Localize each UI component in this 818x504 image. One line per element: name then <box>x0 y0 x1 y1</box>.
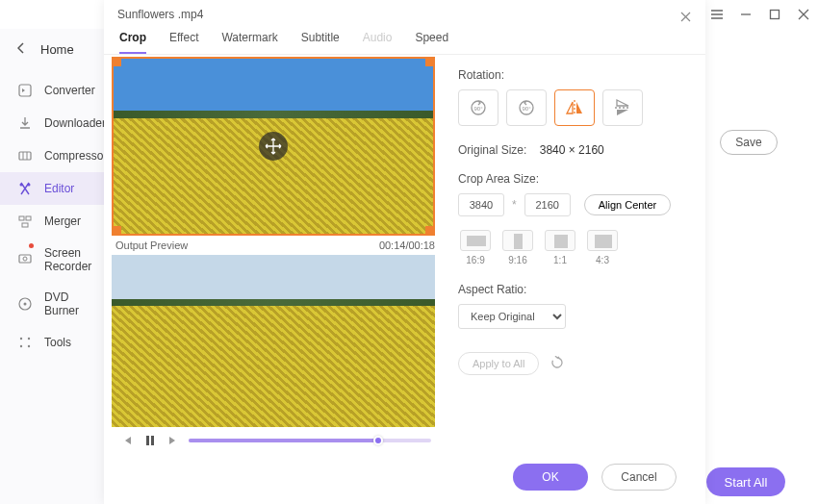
svg-point-11 <box>24 303 27 306</box>
menu-icon[interactable] <box>710 8 724 21</box>
dialog-close-icon[interactable] <box>680 9 692 20</box>
compressor-icon <box>17 148 33 164</box>
nav-list: Converter Downloader Compressor Editor M… <box>0 74 104 359</box>
rotation-label: Rotation: <box>458 68 690 82</box>
editor-icon <box>17 181 33 196</box>
svg-point-12 <box>20 338 22 340</box>
player-controls <box>112 427 439 454</box>
svg-rect-16 <box>146 436 149 445</box>
sidebar-item-label: Tools <box>44 336 71 349</box>
multiply-icon: * <box>512 198 517 212</box>
svg-point-15 <box>28 345 30 347</box>
tab-crop[interactable]: Crop <box>119 31 146 54</box>
sidebar-item-screen-recorder[interactable]: Screen Recorder <box>0 238 104 282</box>
ratio-4-3-button[interactable]: 4:3 <box>585 230 620 265</box>
sidebar-item-downloader[interactable]: Downloader <box>0 107 104 139</box>
original-size-value: 3840 × 2160 <box>540 143 604 157</box>
tab-subtitle[interactable]: Subtitle <box>301 31 340 54</box>
chevron-left-icon <box>17 42 25 57</box>
pause-button[interactable] <box>142 433 158 448</box>
maximize-icon[interactable] <box>768 8 781 21</box>
dialog-title: Sunflowers .mp4 <box>117 8 203 21</box>
sidebar-item-converter[interactable]: Converter <box>0 74 104 107</box>
sidebar-item-editor[interactable]: Editor <box>0 172 104 205</box>
sidebar-item-label: Editor <box>44 182 74 195</box>
crop-width-input[interactable] <box>458 193 504 216</box>
sidebar-item-label: Downloader <box>44 116 106 130</box>
time-display: 00:14/00:18 <box>379 239 435 251</box>
sidebar-item-label: Converter <box>44 84 95 97</box>
left-sidebar: Home Converter Downloader Compressor Edi… <box>0 29 104 504</box>
aspect-ratio-select[interactable]: Keep Original <box>458 304 566 329</box>
minimize-icon[interactable] <box>739 8 753 21</box>
tab-speed[interactable]: Speed <box>415 31 448 54</box>
sidebar-item-dvd-burner[interactable]: DVD Burner <box>0 282 104 326</box>
merger-icon <box>17 214 33 229</box>
sidebar-item-label: Screen Recorder <box>44 246 91 273</box>
dvd-burner-icon <box>17 296 33 312</box>
tab-audio: Audio <box>363 31 393 54</box>
preview-column: Output Preview 00:14/00:18 <box>112 55 439 454</box>
notification-dot-icon <box>29 243 34 248</box>
downloader-icon <box>17 115 33 131</box>
start-all-button[interactable]: Start All <box>706 467 785 496</box>
close-icon[interactable] <box>797 8 810 21</box>
ratio-1-1-button[interactable]: 1:1 <box>543 230 577 265</box>
crop-height-input[interactable] <box>524 193 571 216</box>
svg-text:90°: 90° <box>473 106 483 112</box>
save-button[interactable]: Save <box>720 130 778 155</box>
svg-rect-17 <box>151 436 154 445</box>
svg-point-9 <box>23 257 27 261</box>
aspect-ratio-label: Aspect Ratio: <box>458 283 690 296</box>
svg-text:90°: 90° <box>522 106 531 112</box>
dialog-tabs: Crop Effect Watermark Subtitle Audio Spe… <box>104 25 705 55</box>
svg-point-3 <box>20 184 23 187</box>
crop-area-label: Crop Area Size: <box>458 172 690 186</box>
svg-rect-5 <box>19 216 24 220</box>
ratio-16-9-button[interactable]: 16:9 <box>458 230 493 265</box>
svg-rect-8 <box>19 255 31 263</box>
reset-icon[interactable] <box>550 356 566 371</box>
sidebar-item-label: Compressor <box>44 149 107 163</box>
sidebar-item-label: DVD Burner <box>44 290 87 317</box>
dialog-footer: OK Cancel <box>104 454 705 504</box>
sidebar-item-merger[interactable]: Merger <box>0 205 104 238</box>
svg-rect-6 <box>26 216 31 220</box>
editor-dialog: Sunflowers .mp4 Crop Effect Watermark Su… <box>104 0 705 504</box>
flip-horizontal-button[interactable] <box>554 89 595 126</box>
converter-icon <box>17 83 33 98</box>
align-center-button[interactable]: Align Center <box>584 194 672 215</box>
flip-vertical-button[interactable] <box>602 89 643 126</box>
rotate-ccw-90-button[interactable]: 90° <box>506 89 547 126</box>
sidebar-item-label: Merger <box>44 214 81 228</box>
home-label: Home <box>40 42 74 57</box>
cancel-button[interactable]: Cancel <box>601 464 677 491</box>
prev-frame-button[interactable] <box>119 433 135 448</box>
next-frame-button[interactable] <box>166 433 181 448</box>
crop-move-handle[interactable] <box>259 132 288 161</box>
svg-point-4 <box>28 184 31 187</box>
original-size-row: Original Size: 3840 × 2160 <box>458 143 690 157</box>
svg-point-14 <box>20 345 22 347</box>
tools-icon <box>17 335 33 350</box>
ok-button[interactable]: OK <box>513 464 588 491</box>
back-home[interactable]: Home <box>0 35 104 64</box>
tab-effect[interactable]: Effect <box>169 31 198 54</box>
settings-column: Rotation: 90° 90° Original Size: 3840 × … <box>439 55 705 454</box>
sidebar-item-tools[interactable]: Tools <box>0 326 104 359</box>
tab-watermark[interactable]: Watermark <box>221 31 277 54</box>
svg-point-13 <box>28 338 30 340</box>
preview-meta: Output Preview 00:14/00:18 <box>112 236 439 255</box>
screen-recorder-icon <box>17 252 33 267</box>
seek-slider[interactable] <box>189 439 431 442</box>
rotate-cw-90-button[interactable]: 90° <box>458 89 498 126</box>
ratio-9-16-button[interactable]: 9:16 <box>500 230 535 265</box>
svg-rect-2 <box>19 152 31 160</box>
svg-rect-7 <box>22 223 28 227</box>
sidebar-item-compressor[interactable]: Compressor <box>0 139 104 172</box>
dialog-header: Sunflowers .mp4 <box>104 0 705 25</box>
output-preview <box>112 255 435 428</box>
crop-preview[interactable] <box>112 57 435 236</box>
apply-to-all-button[interactable]: Apply to All <box>458 352 539 375</box>
output-preview-label: Output Preview <box>115 239 188 251</box>
